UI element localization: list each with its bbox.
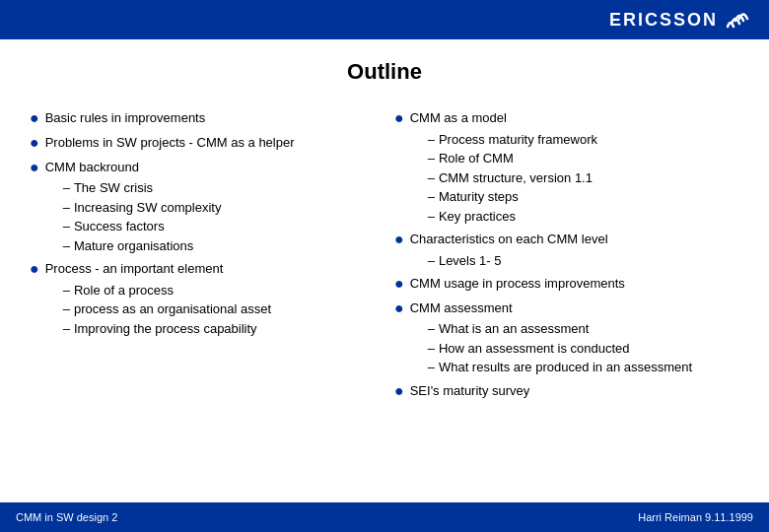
sub-list-item: –Improving the process capability [63,319,271,339]
left-bullet-list: ● Basic rules in improvements ● Problems… [30,108,375,338]
sub-list: –Process maturity framework –Role of CMM… [428,130,597,227]
sub-list-item: –Increasing SW complexity [63,198,222,218]
list-item: ● CMM assessment –What is an an assessme… [394,299,739,377]
bullet-with-sub: CMM as a model –Process maturity framewo… [410,108,597,226]
bullet-text: CMM usage in process improvements [410,274,625,294]
bullet-with-sub: Process - an important element –Role of … [45,259,271,338]
list-item: ● Characteristics on each CMM level –Lev… [394,230,739,270]
ericsson-text: ERICSSON [609,10,718,31]
sub-list-item: –The SW crisis [63,178,222,198]
columns-container: ● Basic rules in improvements ● Problems… [30,108,739,406]
bullet-icon: ● [394,274,404,295]
bullet-icon: ● [394,381,404,402]
main-content: Outline ● Basic rules in improvements ● … [0,39,769,416]
list-item: ● CMM as a model –Process maturity frame… [394,108,739,226]
list-item: ● SEI's maturity survey [394,381,739,402]
bullet-icon: ● [30,133,39,154]
sub-list-item: –Success factors [63,217,222,236]
page-title: Outline [30,59,739,85]
sub-list-item: –Levels 1- 5 [428,251,608,271]
list-item: ● CMM backround –The SW crisis –Increasi… [30,158,375,256]
sub-list-item: –How an assessment is conducted [428,339,692,359]
bullet-icon: ● [394,299,404,319]
footer: CMM in SW design 2 Harri Reiman 9.11.199… [0,502,769,532]
bullet-icon: ● [394,230,404,250]
sub-list-item: –Process maturity framework [428,130,597,150]
bullet-text: SEI's maturity survey [410,381,530,401]
sub-list-item: –Role of CMM [428,149,597,168]
bullet-text: CMM assessment [410,300,513,315]
right-column: ● CMM as a model –Process maturity frame… [394,108,739,406]
bullet-with-sub: Characteristics on each CMM level –Level… [410,230,608,270]
list-item: ● CMM usage in process improvements [394,274,739,295]
right-bullet-list: ● CMM as a model –Process maturity frame… [394,108,739,402]
sub-list: –Role of a process –process as an organi… [63,281,271,339]
bullet-text: Problems in SW projects - CMM as a helpe… [45,133,295,153]
bullet-text: CMM as a model [410,110,507,125]
sub-list: –Levels 1- 5 [428,251,608,271]
list-item: ● Problems in SW projects - CMM as a hel… [30,133,375,154]
footer-left-text: CMM in SW design 2 [16,511,117,523]
ericsson-waves-icon [726,9,753,31]
bullet-text: Process - an important element [45,261,224,276]
bullet-icon: ● [30,158,39,178]
sub-list-item: –process as an organisational asset [63,299,271,319]
footer-right-text: Harri Reiman 9.11.1999 [638,511,753,523]
list-item: ● Process - an important element –Role o… [30,259,375,338]
bullet-with-sub: CMM backround –The SW crisis –Increasing… [45,158,222,256]
sub-list-item: –CMM structure, version 1.1 [428,168,597,188]
left-column: ● Basic rules in improvements ● Problems… [30,108,375,406]
sub-list: –The SW crisis –Increasing SW complexity… [63,178,222,255]
bullet-text: CMM backround [45,160,139,174]
sub-list-item: –Key practices [428,207,597,227]
header-bar: ERICSSON [0,0,769,39]
bullet-icon: ● [394,108,404,129]
sub-list-item: –Maturity steps [428,187,597,207]
bullet-text: Basic rules in improvements [45,108,206,128]
sub-list-item: –What is an an assessment [428,319,692,339]
sub-list-item: –What results are produced in an assessm… [428,358,692,377]
bullet-icon: ● [30,259,39,280]
sub-list-item: –Mature organisations [63,236,222,256]
bullet-text: Characteristics on each CMM level [410,232,608,246]
bullet-icon: ● [30,108,39,129]
sub-list-item: –Role of a process [63,281,271,300]
bullet-with-sub: CMM assessment –What is an an assessment… [410,299,692,377]
sub-list: –What is an an assessment –How an assess… [428,319,692,377]
ericsson-logo: ERICSSON [609,9,753,31]
list-item: ● Basic rules in improvements [30,108,375,129]
